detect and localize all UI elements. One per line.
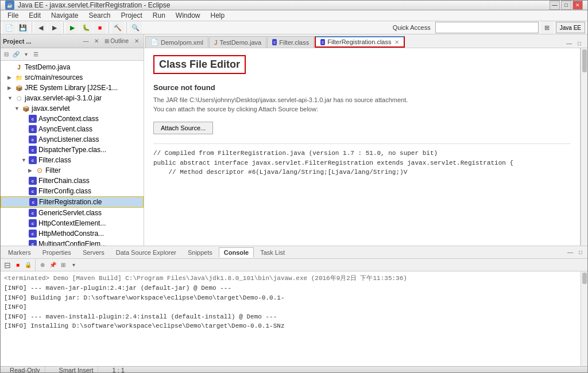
- menu-search[interactable]: Search: [84, 10, 115, 21]
- menu-bar: File Edit Navigate Search Project Run Wi…: [1, 10, 587, 21]
- tab-filter-class[interactable]: c Filter.class: [267, 36, 314, 48]
- tree-arrow: ▶: [7, 85, 13, 91]
- editor-maximize-btn[interactable]: □: [575, 38, 584, 48]
- tree-item-jar[interactable]: ▼ ⬡ javax.servlet-api-3.1.0.jar: [1, 93, 144, 103]
- console-open-btn[interactable]: ⊞: [59, 261, 68, 270]
- tree-item-label: javax.servlet: [32, 104, 70, 112]
- main-layout: Project ... — ✕ ⊞ Outline ✕ ⊟ 🔗 ▾ ☰ J: [1, 34, 587, 366]
- bottom-panel-maximize-btn[interactable]: □: [576, 248, 585, 257]
- tree-item-genericservlet[interactable]: c GenericServlet.class: [1, 208, 144, 218]
- editor-minimize-btn[interactable]: —: [564, 38, 574, 48]
- tree-item-label: FilterConfig.class: [38, 187, 91, 195]
- tree-item-label: JRE System Library [J2SE-1...: [25, 84, 118, 92]
- jar-icon: ⬡: [15, 94, 23, 102]
- tree-item-asynclistener[interactable]: c AsyncListener.class: [1, 134, 144, 145]
- build-button[interactable]: 🔨: [111, 21, 124, 34]
- menu-edit[interactable]: Edit: [24, 10, 45, 21]
- menu-navigate[interactable]: Navigate: [47, 10, 83, 21]
- tree-item-httpmethodconstr[interactable]: c HttpMethodConstra...: [1, 228, 144, 239]
- tree-item-jre[interactable]: ▶ 📦 JRE System Library [J2SE-1...: [1, 83, 144, 93]
- console-stop-btn[interactable]: ■: [13, 261, 22, 270]
- jar-icon: 📦: [15, 84, 23, 92]
- tree-item-package[interactable]: ▼ 📦 javax.servlet: [1, 103, 144, 114]
- link-btn[interactable]: 🔗: [11, 50, 21, 59]
- class-icon: c: [29, 230, 37, 238]
- tree-item-label: AsyncContext.class: [38, 115, 99, 123]
- tree-item-label: javax.servlet-api-3.1.0.jar: [25, 94, 102, 102]
- tab-pom-xml[interactable]: 📄 Demo/pom.xml: [145, 36, 208, 48]
- tab-icon: c: [272, 39, 277, 45]
- panel-close-btn[interactable]: ✕: [92, 37, 101, 46]
- console-show-btn[interactable]: ▾: [69, 261, 78, 270]
- bottom-tab-tasklist[interactable]: Task List: [255, 247, 290, 258]
- view-menu-btn[interactable]: ▾: [21, 50, 30, 59]
- run-button[interactable]: ▶: [66, 21, 79, 34]
- outline-close-btn[interactable]: ✕: [132, 37, 141, 46]
- window-controls[interactable]: — □ ✕: [550, 1, 583, 10]
- main-toolbar: 📄 💾 ◀ ▶ ▶ 🐛 ■ 🔨 🔍 Quick Access ⊞ Java EE: [1, 21, 587, 34]
- close-button[interactable]: ✕: [572, 1, 583, 10]
- tree-item-filterconfig[interactable]: c FilterConfig.class: [1, 186, 144, 196]
- tab-testdemo-java[interactable]: J TestDemo.java: [209, 36, 266, 48]
- tree-item-filter[interactable]: ▼ c Filter.class: [1, 155, 144, 165]
- window-title: Java EE - javax.servlet.FilterRegistrati…: [18, 1, 170, 9]
- tab-filterregistration-class[interactable]: c FilterRegistration.class ✕: [315, 36, 405, 48]
- debug-button[interactable]: 🐛: [80, 21, 92, 34]
- console-scrollbar[interactable]: [581, 271, 587, 366]
- menu-file[interactable]: File: [3, 10, 23, 21]
- source-description-1: The JAR file C:\Users\johnny\Desktop\jav…: [153, 96, 571, 103]
- forward-button[interactable]: ▶: [48, 21, 61, 34]
- console-with-scroll: <terminated> Demo [Maven Build] C:\Progr…: [1, 271, 587, 366]
- bottom-tab-servers[interactable]: Servers: [78, 247, 110, 258]
- panel-minimize-btn[interactable]: —: [82, 37, 91, 46]
- tree-item-asyncevent[interactable]: c AsyncEvent.class: [1, 124, 144, 134]
- editor-scrollbar[interactable]: [581, 48, 587, 246]
- collapse-all-btn[interactable]: ⊟: [2, 50, 11, 59]
- tree-item-asynccontext[interactable]: c AsyncContext.class: [1, 114, 144, 124]
- tree-item-filterregistration[interactable]: c FilterRegistration.cle: [1, 196, 144, 208]
- perspective-javaee-btn[interactable]: Java EE: [556, 22, 585, 33]
- tree-item-testdemo[interactable]: J TestDemo.java: [1, 62, 144, 72]
- menu-project[interactable]: Project: [116, 10, 146, 21]
- console-scroll-lock-btn[interactable]: 🔒: [24, 261, 33, 270]
- back-button[interactable]: ◀: [34, 21, 47, 34]
- tab-icon: 📄: [150, 38, 158, 46]
- status-position: 1 : 1: [107, 367, 129, 373]
- console-new-btn[interactable]: ⊕: [38, 261, 47, 270]
- save-button[interactable]: 💾: [17, 21, 29, 34]
- menu-window[interactable]: Window: [171, 10, 205, 21]
- minimize-button[interactable]: —: [550, 1, 560, 10]
- bottom-tab-markers[interactable]: Markers: [3, 247, 36, 258]
- tree-item-httpcontext[interactable]: c HttpContextElement...: [1, 218, 144, 228]
- new-button[interactable]: 📄: [3, 21, 16, 34]
- bottom-tab-console[interactable]: Console: [219, 247, 254, 258]
- tree-item-filterchain[interactable]: c FilterChain.class: [1, 176, 144, 186]
- quick-access-input[interactable]: [435, 22, 539, 33]
- quick-access-label: Quick Access: [393, 24, 431, 31]
- perspective-java-btn[interactable]: ⊞: [541, 21, 554, 34]
- bottom-tab-properties[interactable]: Properties: [37, 247, 76, 258]
- attach-source-button[interactable]: Attach Source...: [153, 122, 213, 134]
- panel-toolbar-menu-btn[interactable]: ☰: [31, 50, 40, 59]
- console-line-3: [INFO]: [4, 302, 577, 312]
- console-line-2: [INFO] Building jar: D:\software\workspa…: [4, 293, 577, 303]
- stop-button[interactable]: ■: [94, 21, 106, 34]
- search-button[interactable]: 🔍: [129, 21, 142, 34]
- console-pin-btn[interactable]: 📌: [48, 261, 57, 270]
- tree-arrow: ▼: [14, 106, 20, 111]
- tree-item-multipart[interactable]: c MultipartConfigElem...: [1, 239, 144, 246]
- menu-help[interactable]: Help: [206, 10, 230, 21]
- maximize-button[interactable]: □: [561, 1, 571, 10]
- tab-close-btn[interactable]: ✕: [394, 39, 399, 45]
- console-clear-btn[interactable]: ⊟: [3, 261, 12, 270]
- tree-item-filter-inner[interactable]: ▶ ⊙ Filter: [1, 165, 144, 176]
- bottom-panel-minimize-btn[interactable]: —: [566, 248, 575, 257]
- code-line-1: // Compiled from FilterRegistration.java…: [153, 149, 571, 158]
- class-icon: c: [29, 187, 37, 195]
- bottom-tab-snippets[interactable]: Snippets: [183, 247, 218, 258]
- menu-run[interactable]: Run: [148, 10, 170, 21]
- tree-item-resources[interactable]: ▶ 📁 src/main/resources: [1, 72, 144, 83]
- class-icon: c: [29, 177, 37, 185]
- tree-item-dispatchertype[interactable]: c DispatcherType.clas...: [1, 145, 144, 155]
- bottom-tab-datasource[interactable]: Data Source Explorer: [111, 247, 181, 258]
